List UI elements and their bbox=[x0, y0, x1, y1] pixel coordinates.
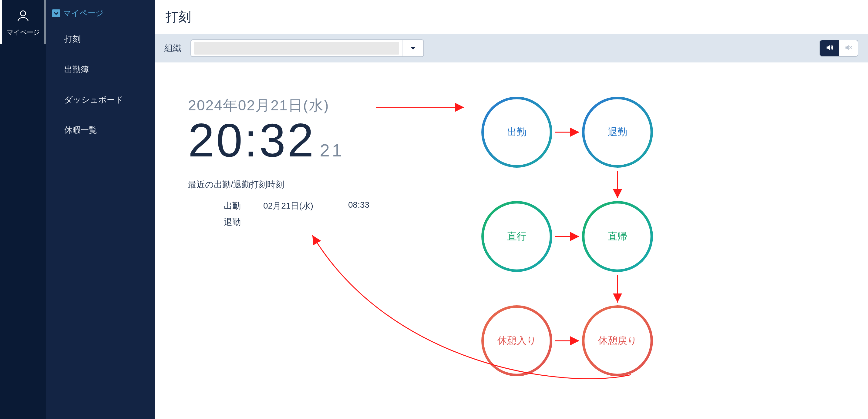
sound-on-button[interactable] bbox=[820, 40, 839, 56]
svg-point-3 bbox=[483, 202, 551, 271]
svg-point-1 bbox=[483, 98, 551, 166]
punch-buttons: 出勤 退勤 直行 直帰 休憩入り 休憩戻り bbox=[473, 96, 685, 399]
svg-point-4 bbox=[583, 202, 652, 271]
clock-in-button[interactable]: 出勤 bbox=[480, 96, 553, 168]
submenu-item-dashboard[interactable]: ダッシュボード bbox=[46, 85, 155, 115]
svg-point-5 bbox=[483, 307, 551, 375]
submenu-item-timestamp[interactable]: 打刻 bbox=[46, 24, 155, 54]
clock-block: 2024年02月21日(水) 20:32 21 最近の出勤/退勤打刻時刻 出勤 … bbox=[188, 96, 437, 407]
submenu-title: マイページ bbox=[63, 8, 104, 19]
submenu-item-vacation[interactable]: 休暇一覧 bbox=[46, 115, 155, 145]
main: 打刻 組織 2024年02月21日(水) 20 bbox=[155, 0, 868, 419]
org-select-value bbox=[194, 42, 399, 55]
nav-rail: マイページ bbox=[0, 0, 46, 419]
user-icon bbox=[16, 8, 30, 24]
volume-on-icon bbox=[825, 43, 834, 53]
submenu-item-attendance[interactable]: 出勤簿 bbox=[46, 54, 155, 85]
recent-row: 出勤 02月21日(水) 08:33 bbox=[188, 198, 437, 214]
page-title: 打刻 bbox=[155, 0, 868, 34]
submenu-header[interactable]: マイページ bbox=[46, 6, 155, 24]
break-end-button[interactable]: 休憩戻り bbox=[581, 304, 654, 377]
current-date: 2024年02月21日(水) bbox=[188, 96, 437, 115]
recent-kind: 出勤 bbox=[224, 200, 263, 212]
chevron-down-icon bbox=[52, 9, 60, 17]
direct-go-button[interactable]: 直行 bbox=[480, 200, 553, 273]
svg-point-2 bbox=[583, 98, 652, 166]
recent-date bbox=[263, 217, 348, 228]
clock-out-button[interactable]: 退勤 bbox=[581, 96, 654, 168]
recent-heading: 最近の出勤/退勤打刻時刻 bbox=[188, 179, 437, 190]
sound-toggle bbox=[819, 40, 858, 57]
submenu: マイページ 打刻 出勤簿 ダッシュボード 休暇一覧 bbox=[46, 0, 155, 419]
org-select[interactable] bbox=[190, 39, 424, 57]
recent-row: 退勤 bbox=[188, 214, 437, 230]
time-ss: 21 bbox=[320, 140, 344, 160]
recent-time bbox=[348, 217, 391, 228]
rail-item-label: マイページ bbox=[7, 28, 40, 37]
recent-kind: 退勤 bbox=[224, 217, 263, 228]
caret-down-icon bbox=[402, 40, 423, 56]
content: 2024年02月21日(水) 20:32 21 最近の出勤/退勤打刻時刻 出勤 … bbox=[155, 62, 868, 419]
recent-date: 02月21日(水) bbox=[263, 200, 348, 212]
volume-off-icon bbox=[844, 43, 852, 53]
filter-bar: 組織 bbox=[155, 34, 868, 62]
rail-item-mypage[interactable]: マイページ bbox=[0, 0, 46, 44]
current-time: 20:32 21 bbox=[188, 117, 437, 164]
org-label: 組織 bbox=[164, 42, 181, 54]
svg-point-6 bbox=[583, 307, 652, 375]
break-start-button[interactable]: 休憩入り bbox=[480, 304, 553, 377]
time-hm: 20:32 bbox=[188, 117, 315, 164]
recent-time: 08:33 bbox=[348, 200, 391, 212]
sound-off-button[interactable] bbox=[839, 40, 858, 56]
svg-point-0 bbox=[21, 11, 26, 16]
direct-back-button[interactable]: 直帰 bbox=[581, 200, 654, 273]
